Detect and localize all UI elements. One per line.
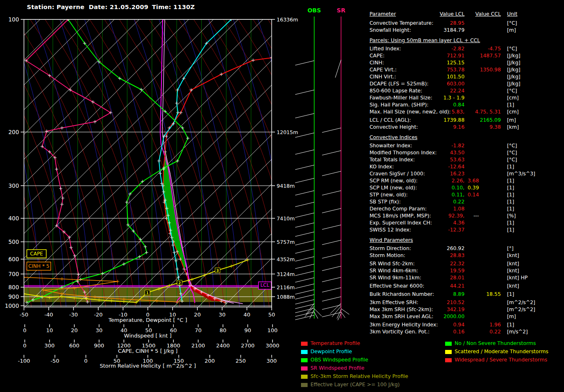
value-lcl: 1.08 — [370, 206, 464, 212]
table-row: CAPE Virt.:753.781350.98[J/kg] — [370, 67, 564, 73]
value-lcl: 28.95 — [370, 20, 464, 26]
svg-text:90: 90 — [244, 327, 251, 333]
cinh-box: CINH * 5 — [27, 262, 51, 270]
legend-text: No / Non Severe Thunderstorms — [455, 340, 536, 346]
value-lcl: -12.64 — [370, 164, 464, 170]
value-lcl: 28.83 — [370, 253, 464, 258]
value-lcl: 210.52 — [370, 300, 464, 305]
svg-text:Storm Relative Helicity [ m^2: Storm Relative Helicity [ m^2/s^2 ] — [100, 363, 196, 369]
windspeed-axis: 0102030405060708090100Windspeed [ knt ] — [23, 324, 278, 339]
unit-label: [J/kg] — [507, 67, 520, 73]
table-row: Max 3km SRH Level AGL:2000.00[m] — [370, 314, 564, 320]
unit-label: [m] — [507, 27, 516, 33]
unit-label: [°C] — [507, 157, 517, 163]
table-row: CINH Virt.:101.50[J/kg] — [370, 74, 564, 80]
svg-text:OBS: OBS — [308, 7, 321, 14]
unit-label: [J/kg] — [507, 53, 520, 59]
svg-text:300: 300 — [8, 182, 19, 189]
svg-text:80: 80 — [220, 327, 227, 333]
temperature-profile — [161, 56, 273, 305]
svg-text:900: 900 — [8, 293, 19, 300]
lcl-box: LCL — [258, 282, 271, 289]
value-ccl: 0.39 — [370, 185, 479, 191]
svg-text:70: 70 — [195, 327, 202, 333]
unit-label: [cm] — [507, 95, 519, 101]
table-row: Convective Temperature:28.95[°C] — [370, 20, 564, 27]
value-ccl: 0.14 — [370, 192, 479, 198]
svg-text:30: 30 — [219, 312, 226, 318]
table-row: 850-600 Lapse Rate:22.24[°C] — [370, 88, 564, 94]
svg-text:100: 100 — [268, 327, 278, 333]
unit-label: [m] — [507, 314, 516, 319]
table-row: Snowfall Height:3184.79[m] — [370, 27, 564, 34]
unit-label: [1] — [507, 164, 514, 170]
unit-label: [1] — [507, 291, 514, 297]
unit-label: [knt] — [507, 283, 519, 289]
table-row: DCAPE (LFS = 525mB):603.00[J/kg] — [370, 81, 564, 87]
legend-text: Scattered / Moderate Thunderstorms — [455, 349, 548, 354]
value-ccl: 2165.09 — [370, 117, 501, 123]
table-row: Total Totals Index:53.63[°C] — [370, 157, 564, 163]
svg-text:2100: 2100 — [191, 342, 205, 349]
table-row: SR Wind 9km-11km:28.01[knt] HP — [370, 275, 564, 281]
skewt-chart: 123CAPECINH * 5LCL1002003004005006007008… — [0, 0, 367, 392]
svg-text:1000: 1000 — [5, 302, 19, 309]
legend-swatch — [301, 358, 308, 362]
table-header-row: ParameterValue LCLValue CCLUnit — [370, 11, 564, 18]
unit-label: [1] — [507, 227, 514, 233]
table-row: Fawbush-Miller Hail Size:1.3 - 1.9[cm] — [370, 95, 564, 102]
value-ccl: 18.55 — [370, 291, 501, 297]
svg-text:600: 600 — [69, 342, 80, 349]
value-lcl: 2000.00 — [370, 314, 464, 319]
legend-swatch — [301, 383, 308, 387]
svg-text:CINH * 5: CINH * 5 — [28, 263, 49, 269]
svg-text:LCL: LCL — [261, 282, 270, 288]
value-lcl: 101.50 — [370, 74, 464, 80]
table-row: SR Wind 4km-6km:19.59[knt] — [370, 268, 564, 274]
table-row: Max. Hail Size (new, new2, old):5.83,4.7… — [370, 109, 564, 116]
table-row: MCS 18m/s (MMP, MSP):92.39,---[%] — [370, 213, 564, 220]
svg-text:16336m: 16336m — [277, 17, 298, 23]
unit-label: [knt] — [507, 261, 519, 267]
svg-text:2116m: 2116m — [277, 284, 295, 290]
value-lcl: 0.84 — [370, 102, 464, 108]
value-lcl: 0.22 — [370, 199, 464, 205]
unit-label: [1] — [507, 322, 514, 328]
legend-text: Effective Layer (CAPE >= 100 J/kg) — [310, 382, 400, 387]
sr-wind-column: SR — [322, 7, 349, 320]
value-lcl: 1.3 - 1.9 — [370, 95, 464, 101]
svg-text:300: 300 — [267, 358, 277, 364]
cape-box: CAPE — [27, 250, 46, 258]
legend-swatch — [445, 342, 452, 346]
unit-label: [°C] — [507, 150, 517, 156]
svg-text:-20: -20 — [94, 312, 102, 318]
srh-level-marker: 1 — [145, 290, 150, 295]
table-row: SR Wind Sfc-2km:22.32[knt] — [370, 261, 564, 267]
svg-text:3: 3 — [216, 269, 219, 273]
value-lcl: -1.82 — [370, 143, 464, 149]
svg-text:2700: 2700 — [241, 342, 254, 349]
value-ccl: 4.75, 5.31 — [370, 109, 501, 115]
table-row: Storm Motion:28.83[knt] — [370, 253, 564, 259]
table-row: Convective Height:9.169.38[km] — [370, 124, 564, 131]
table-row: STP (new, old):0.11,0.14[1] — [370, 192, 564, 198]
unit-label: [m/s^2] — [507, 329, 528, 335]
value-ccl: 1350.98 — [370, 67, 501, 73]
table-row: 3km Energy Helicity Index:0.941.96[1] — [370, 322, 564, 328]
legend-text: SR Windspeed Profile — [310, 365, 364, 371]
value-lcl: 22.32 — [370, 261, 464, 267]
svg-text:12015m: 12015m — [277, 129, 298, 135]
unit-label: [m] — [507, 117, 516, 123]
table-row: Sig. Hail Param. (SHIP):0.84[1] — [370, 102, 564, 109]
table-row: 3km Vorticity Gen. Pot.:0.160.22[m/s^2] — [370, 329, 564, 335]
svg-text:Temperature, Dewpoint [ °C ]: Temperature, Dewpoint [ °C ] — [108, 317, 187, 323]
table-row: SB STP (fix):0.22[1] — [370, 199, 564, 205]
svg-text:-40: -40 — [44, 312, 53, 318]
svg-text:0: 0 — [23, 342, 26, 349]
col-value-ccl: Value CCL — [370, 11, 501, 17]
svg-text:800: 800 — [8, 284, 19, 290]
legend-swatch — [445, 350, 452, 354]
table-row: Showalter Index:-1.82[°C] — [370, 143, 564, 149]
table-row: Craven SigSvr / 1000:16.23[m^3/s^3] — [370, 171, 564, 177]
unit-label: [m^2/s^2] — [507, 300, 535, 305]
